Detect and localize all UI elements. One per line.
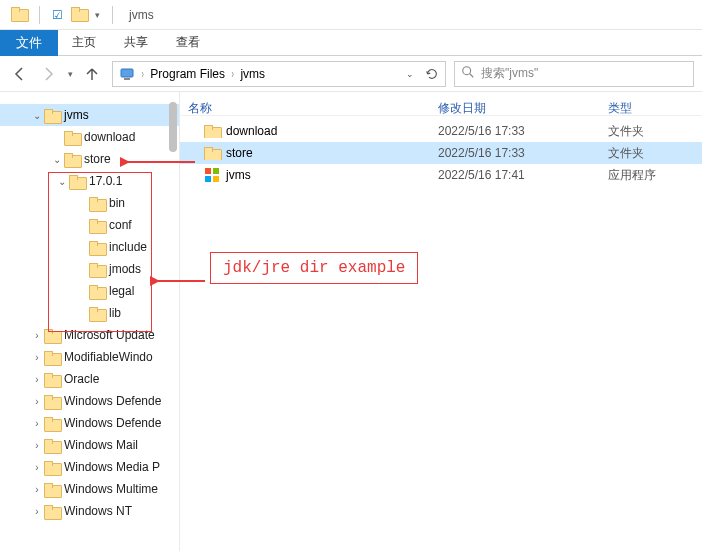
recent-dropdown-icon[interactable]: ▾: [64, 62, 76, 86]
tab-file[interactable]: 文件: [0, 30, 58, 56]
column-date[interactable]: 修改日期: [430, 100, 600, 117]
nav-tree[interactable]: ⌄ jvms download ⌄ store ⌄ 17.0.1 bin con…: [0, 92, 180, 551]
chevron-right-icon[interactable]: ›: [30, 374, 44, 385]
application-icon: [204, 167, 220, 183]
tree-node[interactable]: › Microsoft Update: [0, 324, 179, 346]
folder-icon: [89, 307, 105, 320]
svg-rect-4: [205, 168, 211, 174]
column-name[interactable]: 名称: [180, 100, 430, 117]
chevron-right-icon[interactable]: ›: [140, 67, 145, 80]
folder-icon: [44, 439, 60, 452]
window-title: jvms: [129, 8, 154, 22]
folder-icon: [44, 461, 60, 474]
folder-icon: [204, 147, 220, 160]
folder-icon: [44, 417, 60, 430]
address-bar[interactable]: › Program Files › jvms ⌄: [112, 61, 446, 87]
folder-icon: [64, 153, 80, 166]
svg-rect-7: [213, 176, 219, 182]
file-list-pane: 名称 修改日期 类型 download 2022/5/16 17:33 文件夹 …: [180, 92, 702, 551]
refresh-icon[interactable]: [421, 63, 443, 85]
folder-icon: [44, 329, 60, 342]
tree-node-conf[interactable]: conf: [0, 214, 179, 236]
folder-icon: [89, 263, 105, 276]
tree-node[interactable]: › Windows Defende: [0, 412, 179, 434]
annotation-label: jdk/jre dir example: [210, 252, 418, 284]
file-row[interactable]: download 2022/5/16 17:33 文件夹: [180, 120, 702, 142]
tree-node[interactable]: › Windows Multime: [0, 478, 179, 500]
title-bar: ☑ ▾ jvms: [0, 0, 702, 30]
folder-icon: [89, 241, 105, 254]
chevron-right-icon[interactable]: ›: [30, 352, 44, 363]
folder-icon: [69, 175, 85, 188]
folder-icon: [44, 483, 60, 496]
tab-view[interactable]: 查看: [162, 30, 214, 56]
svg-rect-1: [124, 78, 130, 80]
tree-node[interactable]: › Windows Mail: [0, 434, 179, 456]
forward-button[interactable]: [36, 62, 60, 86]
file-row[interactable]: jvms 2022/5/16 17:41 应用程序: [180, 164, 702, 186]
folder-icon: [204, 125, 220, 138]
folder-icon: [44, 351, 60, 364]
tree-node[interactable]: › Windows NT: [0, 500, 179, 522]
tree-node-bin[interactable]: bin: [0, 192, 179, 214]
nav-bar: ▾ › Program Files › jvms ⌄ 搜索"jvms": [0, 56, 702, 92]
up-button[interactable]: [80, 62, 104, 86]
svg-rect-6: [205, 176, 211, 182]
folder-icon: [44, 395, 60, 408]
tab-home[interactable]: 主页: [58, 30, 110, 56]
chevron-right-icon[interactable]: ›: [30, 484, 44, 495]
chevron-right-icon[interactable]: ›: [30, 440, 44, 451]
folder-icon: [89, 219, 105, 232]
tree-node-jmods[interactable]: jmods: [0, 258, 179, 280]
tree-node-jvms[interactable]: ⌄ jvms: [0, 104, 179, 126]
chevron-right-icon[interactable]: ›: [230, 67, 235, 80]
search-icon: [461, 65, 475, 82]
tab-share[interactable]: 共享: [110, 30, 162, 56]
svg-line-3: [470, 74, 474, 78]
breadcrumb-segment[interactable]: jvms: [236, 62, 269, 86]
svg-rect-5: [213, 168, 219, 174]
tree-node-17-0-1[interactable]: ⌄ 17.0.1: [0, 170, 179, 192]
tree-node[interactable]: › Windows Media P: [0, 456, 179, 478]
pc-icon[interactable]: [115, 62, 139, 86]
folder-icon: [44, 505, 60, 518]
column-headers: 名称 修改日期 类型: [180, 92, 702, 116]
folder-icon: [89, 197, 105, 210]
search-input[interactable]: 搜索"jvms": [454, 61, 694, 87]
chevron-down-icon[interactable]: ⌄: [30, 110, 44, 121]
chevron-right-icon[interactable]: ›: [30, 396, 44, 407]
qat-checkbox-icon[interactable]: ☑: [52, 8, 63, 22]
tree-node[interactable]: › Windows Defende: [0, 390, 179, 412]
folder-icon: [44, 109, 60, 122]
chevron-down-icon[interactable]: ⌄: [50, 154, 64, 165]
chevron-right-icon[interactable]: ›: [30, 418, 44, 429]
tree-node-store[interactable]: ⌄ store: [0, 148, 179, 170]
chevron-right-icon[interactable]: ›: [30, 506, 44, 517]
folder-qat-icon[interactable]: [11, 7, 27, 23]
tree-node-lib[interactable]: lib: [0, 302, 179, 324]
tree-node-download[interactable]: download: [0, 126, 179, 148]
folder-title-icon: [71, 7, 87, 23]
svg-point-2: [463, 67, 471, 75]
tree-node-include[interactable]: include: [0, 236, 179, 258]
tree-node[interactable]: › ModifiableWindo: [0, 346, 179, 368]
column-type[interactable]: 类型: [600, 100, 680, 117]
back-button[interactable]: [8, 62, 32, 86]
tree-node[interactable]: › Oracle: [0, 368, 179, 390]
address-dropdown-icon[interactable]: ⌄: [399, 63, 421, 85]
chevron-right-icon[interactable]: ›: [30, 462, 44, 473]
ribbon-tabs: 文件 主页 共享 查看: [0, 30, 702, 56]
scrollbar-thumb[interactable]: [169, 102, 177, 152]
folder-icon: [44, 373, 60, 386]
folder-icon: [89, 285, 105, 298]
file-row[interactable]: store 2022/5/16 17:33 文件夹: [180, 142, 702, 164]
qat-dropdown-icon[interactable]: ▾: [95, 10, 100, 20]
folder-icon: [64, 131, 80, 144]
chevron-right-icon[interactable]: ›: [30, 330, 44, 341]
breadcrumb-segment[interactable]: Program Files: [146, 62, 229, 86]
chevron-down-icon[interactable]: ⌄: [55, 176, 69, 187]
search-placeholder: 搜索"jvms": [481, 65, 538, 82]
tree-node-legal[interactable]: legal: [0, 280, 179, 302]
svg-rect-0: [121, 69, 133, 77]
